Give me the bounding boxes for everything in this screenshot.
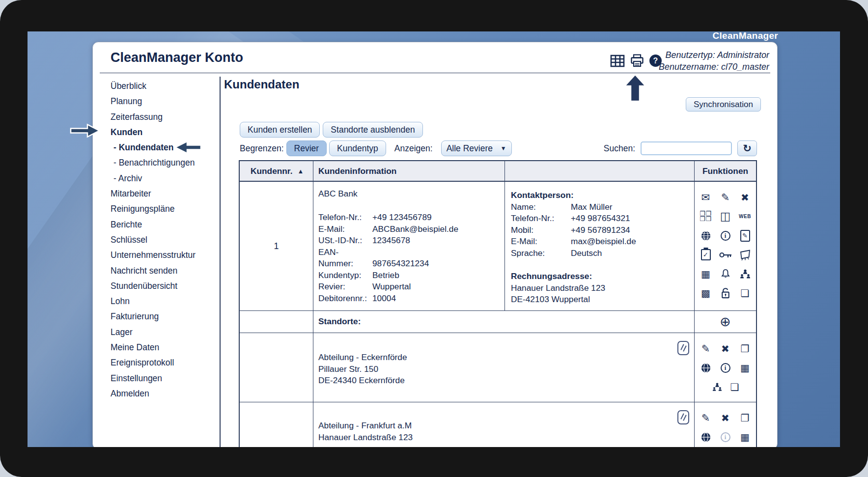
calendar-icon[interactable]: ▦ (740, 363, 750, 373)
column-header-kundennr[interactable]: Kundennr. ▲ (240, 161, 313, 181)
customer-name: ABC Bank (318, 189, 501, 199)
section-heading: Kundendaten (224, 78, 299, 91)
key-icon[interactable] (719, 251, 732, 259)
add-location-icon[interactable]: ⊕ (720, 315, 731, 329)
clipboard-check-icon[interactable]: ✓ (701, 249, 711, 260)
reviere-dropdown-value: Alle Reviere (447, 143, 493, 154)
field-value: 987654321234 (372, 258, 501, 270)
archive-box-icon[interactable]: ❐ (741, 413, 750, 423)
sidebar-item-ereignisprotokoll[interactable]: Ereignisprotokoll (100, 355, 218, 370)
edit-icon[interactable]: ✎ (701, 343, 710, 354)
sidebar-item-lohn[interactable]: Lohn (100, 294, 218, 309)
field-label: EAN-Nummer: (318, 247, 365, 270)
search-label: Suchen: (604, 143, 635, 154)
sidebar-item-ueberblick[interactable]: Überblick (100, 79, 218, 94)
archive-box-icon[interactable]: ❐ (741, 344, 750, 354)
kundennr-header-label: Kundennr. (251, 166, 292, 176)
sidebar-item-stundenuebersicht[interactable]: Stundenübersicht (100, 279, 218, 294)
help-glyph: ? (653, 56, 658, 65)
modules-icon[interactable]: ❒❒❒❒ (699, 211, 713, 222)
delete-icon[interactable]: ✖ (741, 193, 749, 202)
edit-icon[interactable]: ✎ (721, 192, 730, 202)
user-info: Benutzertyp: Administrator Benutzername:… (659, 49, 769, 73)
sidebar-item-berichte[interactable]: Berichte (100, 217, 218, 232)
map-icon[interactable] (739, 249, 751, 261)
location-line: DE-24340 Eckernförde (318, 375, 674, 387)
globe-icon[interactable] (700, 432, 711, 443)
sort-asc-icon[interactable]: ▲ (297, 168, 304, 175)
empty-number-cell (240, 402, 313, 447)
sidebar-item-unternehmensstruktur[interactable]: Unternehmensstruktur (100, 248, 218, 263)
field-value: +49 123456789 (372, 212, 501, 224)
pointer-arrow-print-icon (623, 74, 647, 102)
app-window: CleanManager Konto ? Benutzertyp: Admini… (92, 42, 778, 447)
qr-code-icon[interactable]: ▩ (701, 288, 710, 298)
customer-info-cell: ABC Bank Telefon-Nr.:+49 123456789 E-Mai… (313, 182, 505, 310)
hide-locations-button[interactable]: Standorte ausblenden (323, 122, 422, 138)
note-edit-icon[interactable]: ✎ (740, 230, 750, 242)
field-label: Revier: (318, 281, 365, 293)
contact-fields: Name:Max Müller Telefon-Nr.:+49 98765432… (511, 201, 691, 259)
globe-icon[interactable] (700, 363, 711, 373)
sidebar-item-fakturierung[interactable]: Fakturierung (100, 309, 218, 324)
sidebar-nav: Überblick Planung Zeiterfassung Kunden -… (100, 79, 218, 401)
web-icon[interactable]: WEB (739, 214, 751, 219)
calendar-icon[interactable]: ▦ (740, 432, 750, 442)
field-value: ABCBank@beispiel.de (372, 224, 501, 235)
bell-icon[interactable] (720, 268, 731, 280)
sidebar-item-mitarbeiter[interactable]: Mitarbeiter (100, 186, 218, 201)
desktop-background: CleanManager CleanManager Konto ? Benutz… (28, 31, 840, 447)
delete-icon[interactable]: ✖ (721, 344, 729, 354)
sidebar-item-schluessel[interactable]: Schlüssel (100, 232, 218, 248)
sidebar-item-archiv[interactable]: - Archiv (100, 171, 218, 186)
field-label: Name: (511, 201, 566, 213)
field-value: Max Müller (571, 201, 691, 213)
customers-table: Kundennr. ▲ Kundeninformation Funktionen… (239, 160, 757, 447)
location-address-cell: Abteilung - Frankfurt a.M Hanauer Landst… (313, 402, 695, 447)
billing-line: Hanauer Landstraße 123 (511, 282, 691, 294)
field-label: Mobil: (511, 224, 566, 236)
table-view-icon[interactable] (610, 55, 625, 67)
notes-icon[interactable] (677, 341, 689, 355)
field-label: E-Mail: (318, 224, 365, 235)
sidebar-item-kunden[interactable]: Kunden (100, 125, 218, 140)
synchronisation-button[interactable]: Synchronisation (686, 97, 761, 112)
refresh-button[interactable]: ↻ (737, 140, 757, 156)
ledger-icon[interactable]: ◫ (720, 211, 731, 222)
create-customer-button[interactable]: Kunden erstellen (240, 122, 320, 138)
column-header-empty (505, 161, 695, 181)
location-line: Pillauer Str. 150 (318, 364, 674, 375)
sidebar-item-meine-daten[interactable]: Meine Daten (100, 340, 218, 355)
location-row-frankfurt: Abteilung - Frankfurt a.M Hanauer Landst… (240, 402, 756, 447)
show-label: Anzeigen: (394, 143, 433, 154)
globe-icon[interactable] (700, 230, 711, 241)
edit-icon[interactable]: ✎ (701, 413, 710, 423)
people-icon[interactable] (739, 269, 751, 280)
sidebar-item-einstellungen[interactable]: Einstellungen (100, 371, 218, 386)
info-icon[interactable]: i (721, 231, 730, 241)
search-input[interactable] (641, 141, 732, 155)
notes-icon[interactable] (677, 410, 689, 424)
sidebar-item-reinigungsplaene[interactable]: Reinigungspläne (100, 201, 218, 217)
lock-open-icon[interactable] (720, 287, 731, 299)
sidebar-item-abmelden[interactable]: Abmelden (100, 386, 218, 401)
print-icon[interactable] (630, 54, 644, 67)
billing-line: DE-42103 Wuppertal (511, 294, 691, 306)
mail-icon[interactable]: ✉ (701, 192, 710, 202)
sidebar-item-planung[interactable]: Planung (100, 94, 218, 109)
filter-kundentyp-button[interactable]: Kundentyp (329, 140, 386, 156)
reviere-dropdown[interactable]: Alle Reviere ▼ (441, 140, 512, 156)
locations-heading-cell: Standorte: (313, 311, 695, 333)
calendar-icon[interactable]: ▦ (701, 269, 710, 279)
sidebar-item-lager[interactable]: Lager (100, 325, 218, 340)
people-icon[interactable] (712, 382, 723, 392)
sidebar-item-zeiterfassung[interactable]: Zeiterfassung (100, 110, 218, 125)
sidebar-item-nachricht-senden[interactable]: Nachricht senden (100, 263, 218, 279)
filter-revier-button[interactable]: Revier (286, 140, 327, 156)
sidebar-item-benachrichtigungen[interactable]: - Benachrichtigungen (100, 155, 218, 170)
info-icon[interactable]: i (721, 363, 730, 373)
documents-icon[interactable]: ❏ (730, 382, 739, 392)
pointer-arrow-kunden (70, 123, 100, 138)
documents-icon[interactable]: ❏ (741, 288, 750, 298)
delete-icon[interactable]: ✖ (721, 413, 729, 423)
